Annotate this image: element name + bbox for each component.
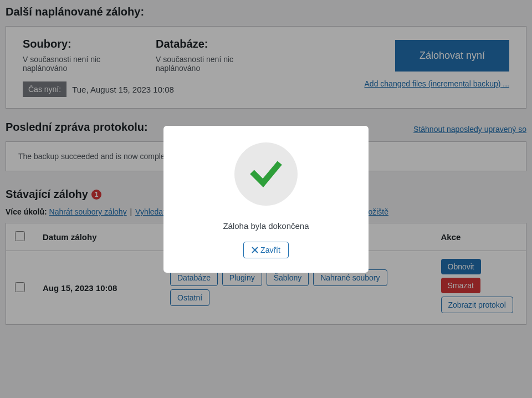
check-icon bbox=[248, 156, 284, 192]
success-icon-wrap bbox=[234, 142, 298, 206]
modal-message: Záloha byla dokončena bbox=[175, 221, 357, 231]
close-label: Zavřít bbox=[260, 246, 280, 254]
modal-overlay[interactable]: Záloha byla dokončena Zavřít bbox=[0, 0, 532, 398]
success-modal: Záloha byla dokončena Zavřít bbox=[163, 126, 369, 273]
close-icon bbox=[252, 247, 258, 253]
close-modal-button[interactable]: Zavřít bbox=[243, 242, 289, 258]
